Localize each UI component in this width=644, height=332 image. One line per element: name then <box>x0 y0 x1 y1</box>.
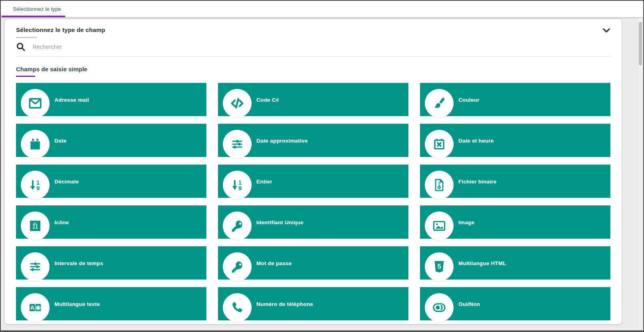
field-type-grid: Adresse mail Code C# Couleur Date Date a… <box>5 83 622 324</box>
section-title: Champs de saisie simple <box>16 66 610 72</box>
phone-icon <box>230 300 244 315</box>
field-type-card-code-c[interactable]: Code C# <box>218 83 408 116</box>
svg-text:A: A <box>30 304 34 311</box>
key-icon <box>230 260 244 274</box>
field-type-label: Mot de passe <box>256 260 292 266</box>
field-type-card-multilangue-texte[interactable]: A Multilangue texte <box>16 287 206 320</box>
field-type-card-icone[interactable]: fi Icône <box>16 205 206 239</box>
search-icon <box>16 42 26 52</box>
icon-circle <box>21 89 50 118</box>
field-type-card-intervale-de-temps[interactable]: Intervale de temps <box>16 246 206 280</box>
icon-circle <box>425 89 454 118</box>
icon-circle: 19 <box>223 171 252 199</box>
icon-circle <box>223 293 252 322</box>
search-bar <box>16 42 610 57</box>
envelope-icon <box>28 96 42 111</box>
toggle-icon <box>432 300 446 315</box>
field-type-label: Identifiant Unique <box>256 219 304 225</box>
field-type-label: Multilangue HTML <box>458 260 506 266</box>
calendar-x-icon <box>432 137 446 151</box>
sliders-icon <box>28 260 42 274</box>
icon-circle <box>223 211 252 240</box>
tab-label: Sélectionnez le type <box>13 6 61 12</box>
svg-text:9: 9 <box>36 185 40 191</box>
fi-square-icon: fi <box>28 219 42 233</box>
chevron-down-icon[interactable] <box>602 26 611 35</box>
field-type-card-fichier-binaire[interactable]: Fichier binaire <box>420 165 610 198</box>
icon-circle: fi <box>21 211 50 240</box>
field-type-label: Adresse mail <box>54 97 89 103</box>
field-type-label: Date <box>54 137 66 143</box>
field-type-label: Décimale <box>54 178 79 184</box>
zip-file-icon <box>432 178 446 192</box>
sliders-icon <box>230 137 244 151</box>
field-type-card-adresse-mail[interactable]: Adresse mail <box>16 83 206 116</box>
field-type-label: Date et heure <box>458 137 494 143</box>
icon-circle <box>223 252 252 281</box>
tab-bar: Sélectionnez le type <box>1 1 643 17</box>
app-window: Sélectionnez le type Sélectionnez le typ… <box>0 0 644 332</box>
icon-circle: A <box>21 293 50 322</box>
field-type-panel: Sélectionnez le type de champ Champs de … <box>5 19 622 324</box>
scrollbar-thumb[interactable] <box>639 22 642 65</box>
field-type-label: Fichier binaire <box>458 178 496 184</box>
field-type-label: Date approximative <box>256 137 308 143</box>
calendar-icon <box>28 137 42 151</box>
field-type-card-date-et-heure[interactable]: Date et heure <box>420 124 610 157</box>
icon-circle: 19 <box>21 171 50 199</box>
code-icon <box>230 96 244 111</box>
field-type-label: Entier <box>256 178 272 184</box>
section-header: Champs de saisie simple <box>16 66 610 77</box>
field-type-label: Code C# <box>256 97 279 103</box>
svg-text:9: 9 <box>238 185 242 191</box>
field-type-card-numero-de-telephone[interactable]: Numéro de téléphone <box>218 287 408 320</box>
field-type-card-couleur[interactable]: Couleur <box>420 83 610 116</box>
title-underline <box>16 37 37 38</box>
field-type-label: Couleur <box>458 97 479 103</box>
field-type-card-date-approximative[interactable]: Date approximative <box>218 124 408 157</box>
field-type-label: Icône <box>54 219 69 225</box>
icon-circle <box>425 211 454 240</box>
icon-circle <box>223 130 252 159</box>
icon-circle: 5 <box>425 252 454 281</box>
sort-numeric-icon: 19 <box>28 178 42 192</box>
icon-circle <box>425 171 454 199</box>
scrollbar[interactable] <box>638 18 642 329</box>
field-type-label: Numéro de téléphone <box>256 301 313 307</box>
svg-text:fi: fi <box>32 221 38 231</box>
sort-numeric-icon: 19 <box>230 178 244 192</box>
tab-selectionnez-le-type[interactable]: Sélectionnez le type <box>1 1 66 17</box>
field-type-card-multilangue-html[interactable]: 5 Multilangue HTML <box>420 246 610 280</box>
icon-circle <box>21 130 50 159</box>
field-type-card-mot-de-passe[interactable]: Mot de passe <box>218 246 408 280</box>
field-type-card-decimale[interactable]: 19 Décimale <box>16 165 206 198</box>
field-type-card-date[interactable]: Date <box>16 124 206 157</box>
key-icon <box>230 219 244 233</box>
icon-circle <box>21 252 50 281</box>
search-input[interactable] <box>33 44 610 50</box>
language-icon: A <box>28 300 42 315</box>
field-type-label: Multilangue texte <box>54 301 100 307</box>
paintbrush-icon <box>432 96 446 111</box>
field-type-card-identifiant-unique[interactable]: Identifiant Unique <box>218 205 408 239</box>
icon-circle <box>425 293 454 322</box>
field-type-label: Intervale de temps <box>54 260 103 266</box>
image-icon <box>432 219 446 233</box>
svg-text:5: 5 <box>437 263 441 270</box>
panel-title: Sélectionnez le type de champ <box>16 26 610 33</box>
active-tab-indicator <box>2 16 65 17</box>
section-underline <box>16 76 35 77</box>
icon-circle <box>425 130 454 159</box>
field-type-label: Oui/Non <box>458 301 480 307</box>
field-type-card-image[interactable]: Image <box>420 205 610 239</box>
html5-icon: 5 <box>432 260 446 274</box>
icon-circle <box>223 89 252 118</box>
panel-header: Sélectionnez le type de champ <box>5 19 622 38</box>
field-type-card-oui-non[interactable]: Oui/Non <box>420 287 610 320</box>
field-type-card-entier[interactable]: 19 Entier <box>218 165 408 198</box>
field-type-label: Image <box>458 219 474 225</box>
